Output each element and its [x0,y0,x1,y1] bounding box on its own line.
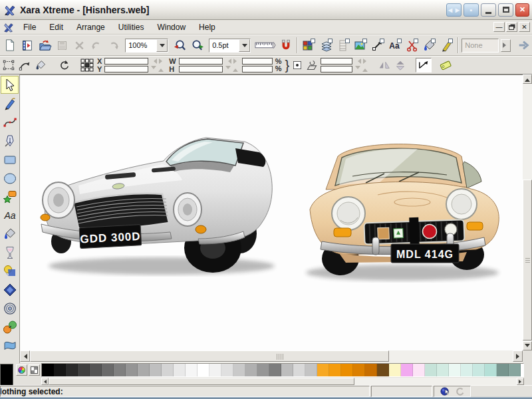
palette-swatch[interactable] [42,364,54,376]
palette-swatch[interactable] [150,364,162,376]
palette-swatch[interactable] [401,364,413,376]
delete-button[interactable] [71,37,88,54]
palette-swatch[interactable] [78,364,90,376]
style-dropdown-button[interactable] [501,39,511,52]
palette-swatch[interactable] [114,364,126,376]
palette-scroll-left-button[interactable] [41,378,49,385]
transparency-tool[interactable] [1,243,19,261]
undo-button[interactable] [88,37,104,54]
width-scale-input[interactable] [242,58,273,65]
blend-tool[interactable] [1,318,19,336]
color-editor-button[interactable] [16,364,27,376]
contour-tool[interactable] [1,299,19,317]
freehand-tool[interactable] [1,94,19,112]
redo-button[interactable] [105,37,122,54]
fill-edit-button[interactable] [33,58,48,72]
palette-swatch[interactable] [269,364,281,376]
palette-swatch[interactable] [198,364,209,376]
palette-swatch[interactable] [473,364,485,376]
bevel-tool[interactable] [1,281,19,299]
minimize-button[interactable] [481,3,496,17]
ellipse-tool[interactable] [1,169,19,187]
snap-indicator-icon[interactable] [456,387,465,396]
horizontal-scroll-thumb[interactable] [30,350,389,362]
palette-swatch[interactable] [329,364,341,376]
palette-swatch[interactable] [233,364,245,376]
palette-swatch[interactable] [317,364,329,376]
palette-scroll-right-button[interactable] [517,378,524,385]
palette-swatch[interactable] [353,364,365,376]
menu-file[interactable]: File [17,21,43,34]
close-button[interactable]: ✕ [515,3,529,17]
skew-h-input[interactable] [321,58,352,65]
horizontal-scrollbar[interactable] [20,350,523,363]
palette-swatch[interactable] [377,364,389,376]
palette-swatch[interactable] [485,364,497,376]
new-animated-document-button[interactable] [19,37,36,54]
palette-swatch[interactable] [126,364,138,376]
y-position-input[interactable] [104,66,148,72]
palette-swatch[interactable] [66,364,78,376]
layer-gallery-button[interactable] [318,37,334,54]
no-color-button[interactable] [29,364,40,376]
skew-v-input[interactable] [321,66,352,72]
name-tag-button[interactable] [438,58,453,72]
palette-swatch[interactable] [449,364,461,376]
shape-editor-tool[interactable] [1,113,19,131]
palette-swatch[interactable] [305,364,317,376]
mould-tool[interactable] [1,336,19,354]
quickshape-tool[interactable] [1,188,19,205]
live-drag-indicator-icon[interactable] [440,386,450,396]
pointer-options-button[interactable] [416,58,432,72]
color-line-scrollbar[interactable] [41,378,524,385]
palette-swatch[interactable] [281,364,293,376]
palette-swatch[interactable] [365,364,377,376]
mdi-close-button[interactable]: ✕ [519,22,530,32]
clipart-gallery-button[interactable] [404,37,421,54]
palette-swatch[interactable] [162,364,174,376]
bitmap-gallery-button[interactable] [352,37,369,54]
palette-swatch[interactable] [497,364,509,376]
new-document-button[interactable] [2,37,19,54]
fill-gallery-button[interactable] [421,37,438,54]
rectangle-tool[interactable] [1,150,19,168]
palette-swatch[interactable] [389,364,401,376]
palette-swatch[interactable] [413,364,425,376]
palette-swatch[interactable] [425,364,437,376]
menu-help[interactable]: Help [192,21,222,34]
palette-swatch[interactable] [221,364,233,376]
brush-gallery-button[interactable] [438,37,455,54]
size-spinners[interactable] [224,59,241,72]
time-ruler-button[interactable] [254,37,277,54]
palette-swatch[interactable] [138,364,150,376]
palette-swatch[interactable] [102,364,114,376]
flip-horizontal-button[interactable] [377,58,392,72]
shadow-tool[interactable] [1,262,19,280]
position-spinners[interactable] [150,59,166,72]
x-position-input[interactable] [104,58,148,65]
fill-tool[interactable] [1,225,19,243]
tan-car-drawing[interactable]: MDL 414G [299,127,509,285]
snap-to-objects-button[interactable] [277,37,294,54]
line-width-combo[interactable]: 0.5pt [209,39,251,53]
pen-tool[interactable] [1,132,19,150]
line-width-dropdown-button[interactable] [239,39,250,52]
frame-gallery-button[interactable] [335,37,352,54]
scroll-down-button[interactable] [523,341,532,350]
palette-swatch[interactable] [437,364,449,376]
mdi-minimize-button[interactable]: — [493,22,505,32]
menu-utilities[interactable]: Utilities [112,21,151,34]
menu-arrange[interactable]: Arrange [70,21,112,34]
scroll-up-button[interactable] [523,74,532,84]
scroll-right-button[interactable] [513,350,523,362]
height-input[interactable] [179,66,223,72]
flip-vertical-button[interactable] [393,58,408,72]
skew-spinners[interactable] [354,59,370,72]
vertical-scrollbar[interactable] [523,74,532,350]
rotate-90-button[interactable] [57,58,72,72]
font-gallery-button[interactable]: Aa [387,37,404,54]
palette-scroll-thumb[interactable] [49,378,354,385]
current-color-swatch[interactable] [0,364,13,388]
zoom-dropdown-button[interactable] [156,39,168,52]
palette-swatch[interactable] [174,364,186,376]
